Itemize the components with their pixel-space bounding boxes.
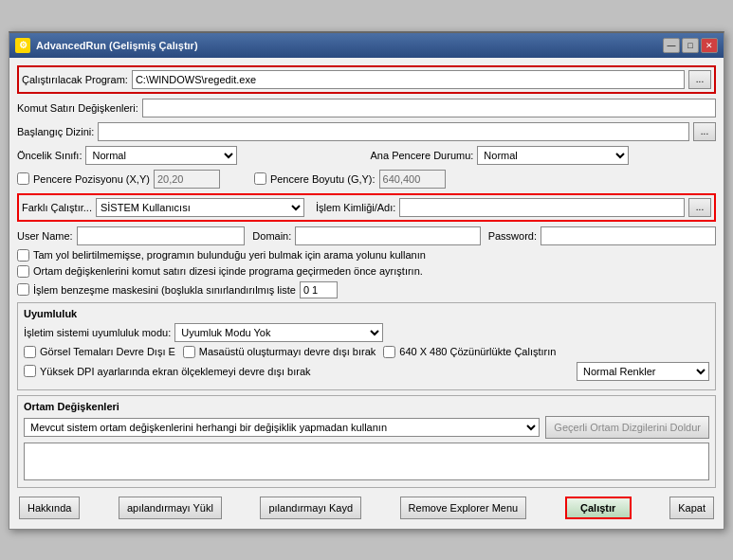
- checkbox3-input[interactable]: [300, 281, 338, 298]
- ana-pencere-col: Ana Pencere Durumu: Normal: [371, 146, 717, 165]
- baslangic-row: Başlangıç Dizini: ...: [17, 122, 716, 141]
- compat-check1[interactable]: [24, 346, 36, 358]
- compat-title: Uyumluluk: [24, 308, 709, 319]
- main-window: ⚙ AdvancedRun (Gelişmiş Çalıştır) — □ ✕ …: [9, 31, 724, 530]
- checkbox2[interactable]: [17, 265, 29, 278]
- env-dropdown-row: Mevcut sistem ortam değişkenlerini herha…: [24, 416, 709, 439]
- domain-label: Domain:: [252, 230, 291, 242]
- pencere-pos-input[interactable]: [154, 170, 220, 189]
- ana-pencere-label: Ana Pencere Durumu:: [371, 150, 474, 161]
- user-name-label: User Name:: [17, 230, 73, 242]
- domain-input[interactable]: [295, 226, 480, 245]
- checkbox3-row: İşlem benzeşme maskesini (boşlukla sınır…: [17, 281, 716, 298]
- checkbox1[interactable]: [17, 249, 29, 262]
- content-area: Çalıştırılacak Program: ... Komut Satırı…: [9, 58, 724, 529]
- compat-os-select[interactable]: Uyumluk Modu Yok: [174, 323, 383, 342]
- pencere-boyut-col: Pencere Boyutu (G,Y):: [254, 170, 446, 189]
- islem-input[interactable]: [399, 198, 685, 217]
- close-button[interactable]: ✕: [701, 38, 718, 53]
- program-label: Çalıştırılacak Program:: [22, 74, 128, 85]
- compat-dpi-row: Yüksek DPI ayarlarında ekran ölçeklemeyi…: [24, 362, 709, 381]
- user-name-field: User Name:: [17, 226, 245, 245]
- compat-os-label: İşletim sistemi uyumluluk modu:: [24, 327, 171, 338]
- compat-section: Uyumluluk İşletim sistemi uyumluluk modu…: [17, 302, 716, 390]
- env-textarea[interactable]: [24, 443, 709, 480]
- compat-check4-label: Yüksek DPI ayarlarında ekran ölçeklemeyi…: [40, 366, 565, 377]
- pencere-boyut-label: Pencere Boyutu (G,Y):: [270, 173, 376, 185]
- compat-os-row: İşletim sistemi uyumluluk modu: Uyumluk …: [24, 323, 709, 342]
- baslangic-label: Başlangıç Dizini:: [17, 126, 94, 137]
- pencere-row: Pencere Pozisyonu (X,Y) Pencere Boyutu (…: [17, 170, 716, 189]
- env-title: Ortam Değişkenleri: [24, 401, 709, 412]
- priority-col: Öncelik Sınıfı: Normal: [17, 146, 363, 165]
- compat-check3-label: 640 X 480 Çözünürlükte Çalıştırın: [399, 346, 556, 357]
- domain-field: Domain:: [252, 226, 480, 245]
- env-dropdown[interactable]: Mevcut sistem ortam değişkenlerini herha…: [24, 418, 540, 437]
- program-browse-button[interactable]: ...: [688, 70, 711, 89]
- compat-check2-label: Masaüstü oluşturmayı devre dışı bırak: [199, 346, 376, 357]
- pencere-boyut-checkbox[interactable]: [254, 172, 266, 185]
- checkbox2-row: Ortam değişkenlerini komut satırı dizesi…: [17, 265, 716, 278]
- remove-button[interactable]: Remove Explorer Menu: [400, 497, 527, 519]
- kaydet-button[interactable]: pılandırmayı Kayd: [260, 497, 361, 519]
- compat-check2[interactable]: [183, 346, 195, 358]
- compat-check3[interactable]: [383, 346, 395, 358]
- program-input[interactable]: [132, 70, 685, 89]
- oncelik-label: Öncelik Sınıfı:: [17, 150, 82, 161]
- compat-checks-row: Görsel Temaları Devre Dışı E Masaüstü ol…: [24, 346, 709, 358]
- env-section: Ortam Değişkenleri Mevcut sistem ortam d…: [17, 395, 716, 488]
- hakkinda-button[interactable]: Hakkında: [19, 497, 80, 519]
- checkbox1-row: Tam yol belirtilmemişse, programın bulun…: [17, 249, 716, 262]
- button-row: Hakkında apılandırmayı Yükl pılandırmayı…: [17, 493, 716, 521]
- run-button-container: Çalıştır: [565, 497, 632, 519]
- user-name-input[interactable]: [77, 226, 246, 245]
- islem-browse-button[interactable]: ...: [688, 198, 711, 217]
- window-title: AdvancedRun (Gelişmiş Çalıştır): [36, 40, 198, 51]
- priority-window-row: Öncelik Sınıfı: Normal Ana Pencere Durum…: [17, 146, 716, 165]
- compat-check4[interactable]: [24, 365, 36, 377]
- password-field: Password:: [488, 226, 716, 245]
- pencere-pos-checkbox[interactable]: [17, 172, 29, 185]
- user-row: User Name: Domain: Password:: [17, 226, 716, 245]
- password-label: Password:: [488, 230, 537, 242]
- checkbox2-label: Ortam değişkenlerini komut satırı dizesi…: [33, 265, 423, 277]
- checkbox3[interactable]: [17, 283, 29, 296]
- islem-label: İşlem Kimliği/Adı:: [316, 202, 395, 213]
- titlebar-left: ⚙ AdvancedRun (Gelişmiş Çalıştır): [15, 38, 198, 53]
- pencere-pos-label: Pencere Pozisyonu (X,Y): [33, 173, 150, 185]
- farkli-label: Farklı Çalıştır...: [22, 202, 92, 213]
- compat-check1-label: Görsel Temaları Devre Dışı E: [40, 346, 175, 357]
- komut-input[interactable]: [142, 99, 716, 117]
- pencere-boyut-input[interactable]: [379, 170, 446, 189]
- app-icon: ⚙: [15, 38, 30, 53]
- run-button[interactable]: Çalıştır: [565, 497, 632, 519]
- program-row: Çalıştırılacak Program: ...: [17, 65, 716, 94]
- minimize-button[interactable]: —: [663, 38, 680, 53]
- farkli-row: Farklı Çalıştır... SİSTEM Kullanıcısı İş…: [17, 193, 716, 222]
- maximize-button[interactable]: □: [682, 38, 699, 53]
- oncelik-select[interactable]: Normal: [85, 146, 237, 165]
- kapat-button[interactable]: Kapat: [669, 497, 714, 519]
- checkbox1-label: Tam yol belirtilmemişse, programın bulun…: [33, 249, 426, 261]
- compat-color-select[interactable]: Normal Renkler: [577, 362, 709, 381]
- env-fill-button[interactable]: Geçerli Ortam Dizgilerini Doldur: [545, 416, 709, 439]
- titlebar-controls: — □ ✕: [663, 38, 718, 53]
- password-input[interactable]: [541, 226, 716, 245]
- yukle-button[interactable]: apılandırmayı Yükl: [119, 497, 222, 519]
- baslangic-browse-button[interactable]: ...: [693, 122, 716, 141]
- ana-pencere-select[interactable]: Normal: [477, 146, 629, 165]
- farkli-select[interactable]: SİSTEM Kullanıcısı: [96, 198, 304, 217]
- checkbox3-label: İşlem benzeşme maskesini (boşlukla sınır…: [33, 284, 296, 296]
- komut-label: Komut Satırı Değişkenleri:: [17, 102, 138, 114]
- titlebar: ⚙ AdvancedRun (Gelişmiş Çalıştır) — □ ✕: [9, 33, 724, 58]
- baslangic-input[interactable]: [98, 122, 689, 141]
- pencere-pos-col: Pencere Pozisyonu (X,Y): [17, 170, 220, 189]
- komut-row: Komut Satırı Değişkenleri:: [17, 99, 716, 117]
